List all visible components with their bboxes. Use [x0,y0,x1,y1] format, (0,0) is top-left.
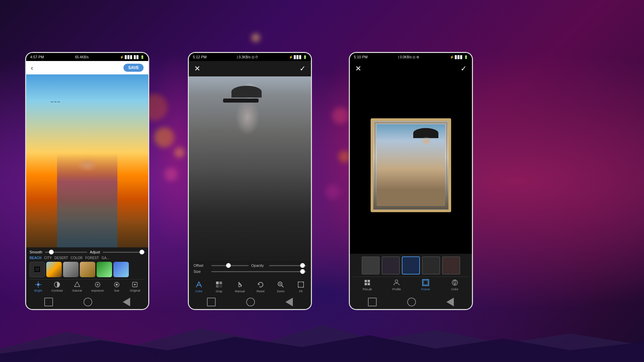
filter-tab-forest[interactable]: FOREST [85,256,99,260]
tool-reset[interactable]: Reset [256,280,265,293]
bluetooth-icon: ⚡ [120,55,124,59]
profile-icon [392,278,401,287]
filter-tab-city[interactable]: CITY [44,256,52,260]
tool-hue[interactable]: hue [113,281,120,292]
size-thumb[interactable] [300,269,305,274]
phone2-toolbar: ✕ ✓ [189,61,311,76]
pixlab-label: PixLab [363,288,372,291]
opacity-thumb[interactable] [300,263,305,268]
back-nav-button[interactable] [123,298,130,306]
phone2-icons: ⚡ ▊▊▊ 🔋 [289,55,307,59]
smooth-slider[interactable] [45,252,87,253]
adjust-thumb[interactable] [140,250,144,254]
phone2-status-bar: 5:12 PM | 0.3KB/s ⊡ ⏱ ⚡ ▊▊▊ 🔋 [189,53,311,61]
close-button-2[interactable]: ✕ [194,64,200,73]
filter-thumb-1[interactable] [46,262,62,277]
home-button[interactable] [44,298,53,306]
original-icon [131,281,139,288]
svg-rect-15 [216,285,219,288]
tool-gray[interactable]: Gray [215,280,223,293]
frame-option-2[interactable] [382,256,400,275]
svg-point-26 [395,280,398,283]
tab-pixlab[interactable]: PixLab [363,278,372,291]
bokeh-light-7 [325,184,340,199]
profile-label: Profile [392,288,401,291]
phone3-home-button[interactable] [368,298,377,306]
reset-tool-icon [256,280,265,289]
confirm-button-2[interactable]: ✓ [300,64,306,73]
adjust-slider[interactable] [103,252,145,253]
phone3-time: 5:10 PM [354,55,368,59]
filter-thumb-3[interactable] [80,262,95,277]
battery-icon: 🔋 [140,55,144,59]
svg-rect-22 [365,280,367,282]
back-button[interactable]: ‹ [31,64,33,72]
tab-frame[interactable]: Frame [421,278,430,291]
frame-grid [353,256,469,275]
tab-color[interactable]: Color [450,278,459,291]
tool-original[interactable]: Original [130,281,140,292]
tool-color[interactable]: Color [195,280,203,293]
phone-3: 5:10 PM | 0.0KB/s ⊡ ⚙ ⚡ ▊▊▊ 🔋 ✕ ✓ [349,52,473,310]
filter-thumb-5[interactable] [113,262,129,277]
tool-contrast[interactable]: Contrast [51,281,63,292]
phone2-time: 5:12 PM [193,55,207,59]
frame-option-5[interactable] [442,256,460,275]
recents-button[interactable] [84,298,92,306]
phone3-back-button[interactable] [446,298,454,306]
phone1-image-area: 〜 〜 〜 [26,74,148,247]
tab-profile[interactable]: Profile [392,278,401,291]
phone2-back-button[interactable] [285,298,293,306]
phone3-signal-icon: ▊▊▊ [455,55,463,59]
color-tool-icon [195,280,203,289]
bright-icon [35,281,42,288]
phone2-battery-icon: 🔋 [303,55,307,59]
filter-thumb-4[interactable] [97,262,112,277]
confirm-button-3[interactable]: ✓ [461,64,467,73]
tool-saturat[interactable]: Saturat [72,281,82,292]
tool-exposure[interactable]: exposure [91,281,104,292]
phone3-status-bar: 5:10 PM | 0.0KB/s ⊡ ⚙ ⚡ ▊▊▊ 🔋 [350,53,472,61]
offset-slider[interactable] [211,265,249,266]
fit-tool-icon [297,280,305,289]
tool-bright[interactable]: Bright [34,281,42,292]
filter-tab-color[interactable]: COLOR [71,256,83,260]
phone3-nav-bar [350,295,472,309]
filter-thumb-icon[interactable]: 🖼 [30,262,45,277]
close-button-3[interactable]: ✕ [355,64,361,73]
phone3-icons: ⚡ ▊▊▊ 🔋 [450,55,468,59]
svg-line-18 [282,286,283,287]
phone3-recents-button[interactable] [407,298,416,306]
size-slider-row: Size [194,269,306,274]
phone2-home-button[interactable] [207,298,216,306]
phone2-recents-button[interactable] [246,298,255,306]
color3-label: Color [451,288,459,291]
filter-tab-beach[interactable]: BEACH [30,256,42,260]
phone3-image-area [350,76,472,254]
smooth-thumb[interactable] [49,250,54,254]
frame-option-4[interactable] [422,256,440,275]
zoom-tool-icon [276,280,285,289]
offset-thumb[interactable] [226,263,231,268]
wifi-icon: ▊▊ [134,55,139,59]
size-slider[interactable] [211,271,306,272]
fit-tool-label: Fit [299,290,303,293]
filter-thumbnails: 🖼 [30,262,145,277]
filter-tab-desert[interactable]: DESERT [54,256,68,260]
phone1-toolbar: ‹ SAVE [26,61,148,74]
tool-manual[interactable]: Manual [235,280,245,293]
gray-tool-label: Gray [216,290,222,293]
phone3-data: | 0.0KB/s ⊡ ⚙ [398,55,419,59]
bokeh-light-1 [154,127,174,147]
tool-zoom[interactable]: Zoom [276,280,285,293]
frame-option-1[interactable] [362,256,380,275]
save-button[interactable]: SAVE [123,64,144,72]
filter-thumb-2[interactable] [63,262,78,277]
filter-tab-more[interactable]: GA... [102,256,109,260]
adjust-label: Adjust [90,250,100,254]
manual-tool-label: Manual [235,290,245,293]
tool-fit[interactable]: Fit [297,280,305,293]
phone1-controls: Smooth Adjust BEACH CITY DESERT COLOR FO… [26,247,148,295]
opacity-slider[interactable] [269,265,306,266]
frame-option-3-selected[interactable] [402,256,420,275]
